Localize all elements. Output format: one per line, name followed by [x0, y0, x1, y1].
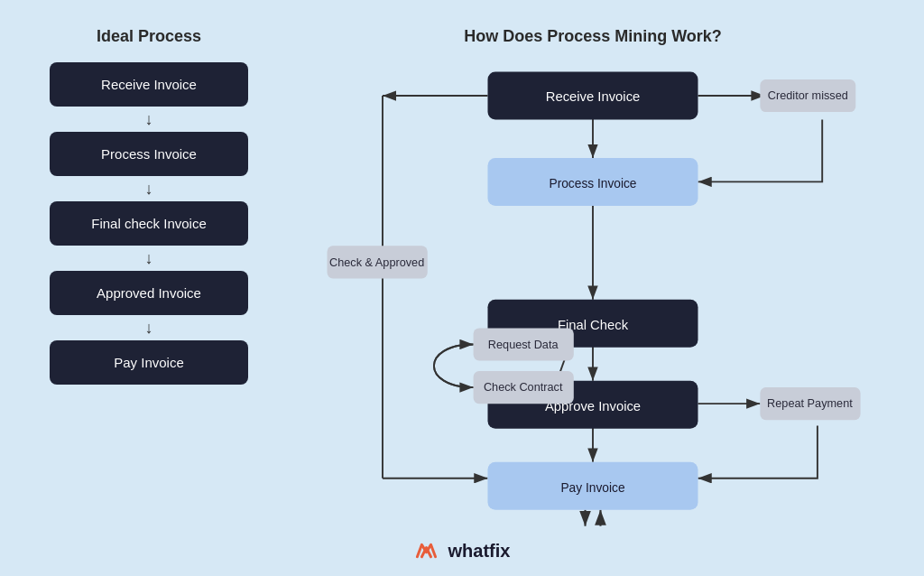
- step-process: Process Invoice: [50, 132, 248, 176]
- arrow-3: ↓: [145, 246, 153, 271]
- bottom-logo-area: whatfix: [0, 540, 924, 576]
- whatfix-logo-icon: [414, 540, 443, 562]
- node-pay: Pay Invoice: [560, 481, 624, 495]
- process-mining-diagram: Receive Invoice Process Invoice Final Ch…: [289, 62, 897, 531]
- step-approved: Approved Invoice: [50, 271, 248, 315]
- whatfix-brand-name: whatfix: [448, 541, 511, 562]
- arrow-4: ↓: [145, 315, 153, 340]
- left-title: Ideal Process: [97, 27, 201, 46]
- diagram-area: Receive Invoice Process Invoice Final Ch…: [289, 62, 897, 531]
- right-panel: How Does Process Mining Work?: [289, 18, 897, 531]
- node-check-contract: Check Contract: [484, 380, 563, 394]
- arrow-1: ↓: [145, 107, 153, 132]
- logo: whatfix: [414, 540, 511, 569]
- left-panel: Ideal Process Receive Invoice ↓ Process …: [27, 18, 271, 531]
- right-title: How Does Process Mining Work?: [289, 27, 897, 46]
- node-process: Process Invoice: [549, 177, 636, 190]
- step-final-check: Final check Invoice: [50, 201, 248, 246]
- ideal-flow: Receive Invoice ↓ Process Invoice ↓ Fina…: [50, 62, 248, 385]
- node-creditor: Creditor missed: [768, 88, 848, 102]
- step-pay: Pay Invoice: [50, 340, 248, 385]
- node-request-data: Request Data: [488, 338, 559, 351]
- main-container: Ideal Process Receive Invoice ↓ Process …: [0, 0, 924, 540]
- arrow-2: ↓: [145, 176, 153, 201]
- node-repeat-payment: Repeat Payment: [767, 396, 853, 410]
- step-receive: Receive Invoice: [50, 62, 248, 107]
- node-receive: Receive Invoice: [546, 89, 641, 104]
- node-check-approved: Check & Approved: [329, 255, 424, 269]
